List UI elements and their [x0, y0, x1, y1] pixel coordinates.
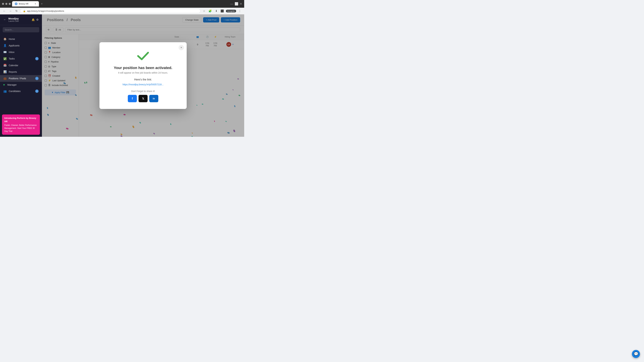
modal-subtitle: It will appear on free job boards within… — [106, 71, 180, 74]
applicants-icon: 👤 — [3, 44, 7, 47]
window-close-icon[interactable]: ✕ — [240, 2, 242, 6]
sidebar-header-icons: 🔔 ⚙ — [32, 18, 38, 21]
success-modal: × Your position has been activated. It w… — [100, 42, 187, 109]
modal-close-button[interactable]: × — [178, 45, 184, 50]
address-text: app.breezy.hr/app/c/moodjoy/positions — [27, 10, 64, 12]
home-icon: 🏠 — [3, 37, 7, 40]
sidebar-label-tasks: Tasks — [9, 57, 33, 60]
twitter-x-icon: 𝕏 — [142, 97, 144, 100]
browser-nav: ← → ↻ 🔒 app.breezy.hr/app/c/moodjoy/posi… — [0, 8, 244, 14]
company-name: Moodjoy — [8, 17, 30, 20]
sidebar-item-candidates[interactable]: 👥 Candidates + — [0, 88, 42, 94]
tasks-icon: ✅ — [3, 57, 7, 60]
facebook-share-button[interactable]: f — [128, 95, 137, 102]
main-content: Positions / Pools Change State + Add Poo… — [42, 14, 244, 137]
maximize-button[interactable] — [5, 3, 8, 5]
sidebar-item-applicants[interactable]: 👤 Applicants — [0, 42, 42, 49]
sidebar-item-home[interactable]: 🏠 Home — [0, 36, 42, 42]
calendar-icon: 📅 — [3, 64, 7, 67]
sidebar-label-positions: Positions / Pools — [9, 77, 33, 80]
sidebar-search — [0, 25, 42, 34]
extensions-button[interactable]: 🧩 — [208, 9, 212, 13]
sidebar-nav: 🏠 Home 👤 Applicants ✉️ Inbox ✅ Tasks + 📅… — [0, 34, 42, 112]
promo-title: Introducing Perform by Breezy HR — [4, 116, 38, 123]
settings-button[interactable]: ⚙ — [36, 18, 38, 21]
sidebar-item-calendar[interactable]: 📅 Calendar — [0, 62, 42, 68]
address-bar[interactable]: 🔒 app.breezy.hr/app/c/moodjoy/positions — [20, 9, 200, 13]
promo-banner[interactable]: Introducing Perform by Breezy HR Faster,… — [2, 114, 40, 135]
sidebar-item-tasks[interactable]: ✅ Tasks + — [0, 55, 42, 62]
linkedin-share-button[interactable]: in — [149, 95, 158, 102]
refresh-button[interactable]: ↻ — [14, 9, 19, 13]
sidebar-company: Moodjoy Lauren Dell — [8, 17, 30, 22]
candidates-icon: 👥 — [3, 90, 7, 93]
sidebar-label-calendar: Calendar — [9, 64, 38, 67]
sidebar-back-button[interactable]: ← — [3, 18, 6, 21]
tasks-badge: + — [35, 57, 38, 60]
sidebar-item-positions-pools[interactable]: 💼 Positions / Pools + — [0, 75, 42, 82]
close-button-win[interactable] — [9, 3, 11, 5]
reports-icon: 📊 — [3, 70, 7, 73]
menu-button[interactable]: ⋮ — [238, 9, 242, 13]
nav-icons: ☆ 🧩 ⬇ ⬛ Incognito ⋮ — [202, 9, 242, 13]
sidebar-label-reports: Reports — [9, 70, 38, 73]
sidebar: ← Moodjoy Lauren Dell 🔔 ⚙ 🏠 Home 👤 Appli… — [0, 14, 42, 137]
incognito-badge: Incognito — [226, 10, 236, 12]
bookmark-button[interactable]: ☆ — [202, 9, 206, 13]
twitter-share-button[interactable]: 𝕏 — [138, 95, 148, 102]
new-tab-button[interactable]: + — [40, 1, 44, 6]
sidebar-label-home: Home — [9, 38, 38, 40]
modal-title: Your position has been activated. — [106, 66, 180, 70]
window-maximize-icon[interactable]: ⬜ — [234, 2, 238, 6]
inbox-icon: ✉️ — [3, 50, 7, 54]
app-layout: ← Moodjoy Lauren Dell 🔔 ⚙ 🏠 Home 👤 Appli… — [0, 14, 244, 137]
download-button[interactable]: ⬇ — [214, 9, 218, 13]
search-input[interactable] — [3, 27, 39, 32]
sidebar-header: ← Moodjoy Lauren Dell 🔔 ⚙ — [0, 14, 42, 25]
tab-close-button[interactable]: ✕ — [34, 3, 36, 5]
tab-favicon: B — [15, 2, 18, 5]
back-button[interactable]: ← — [2, 9, 7, 13]
sidebar-item-inbox[interactable]: ✉️ Inbox — [0, 49, 42, 55]
sidebar-browser-button[interactable]: ⬛ — [220, 9, 224, 13]
tab-title: Breezy HR — [19, 3, 28, 5]
window-minimize-icon[interactable]: — — [230, 2, 233, 6]
candidates-badge: + — [35, 89, 38, 93]
positions-badge: + — [35, 77, 38, 80]
positions-icon: 💼 — [3, 77, 7, 80]
manager-dot — [3, 84, 5, 85]
sidebar-label-manager: Manager — [8, 83, 38, 86]
sidebar-label-candidates: Candidates — [9, 90, 33, 92]
modal-link-url[interactable]: https://moodjoy.breezy.hr/p/59357218... — [106, 83, 180, 86]
forward-button[interactable]: → — [8, 9, 13, 13]
success-check-icon — [136, 49, 150, 62]
notifications-button[interactable]: 🔔 — [32, 18, 35, 21]
promo-text: Faster, Cleaner, Better Performance Mana… — [4, 124, 38, 133]
modal-link-label: Here's the link: — [106, 78, 180, 81]
social-share-buttons: f 𝕏 in — [106, 95, 180, 102]
sidebar-item-reports[interactable]: 📊 Reports — [0, 68, 42, 75]
browser-tab-active[interactable]: B Breezy HR ✕ — [12, 1, 39, 6]
modal-share-label: Don't forget to share it! — [106, 90, 180, 92]
minimize-button[interactable] — [2, 3, 4, 5]
modal-overlay[interactable]: × Your position has been activated. It w… — [42, 14, 244, 137]
sidebar-label-inbox: Inbox — [9, 51, 38, 53]
window-controls — [2, 3, 11, 5]
sidebar-label-applicants: Applicants — [9, 44, 38, 47]
user-name: Lauren Dell — [8, 20, 30, 22]
linkedin-icon: in — [153, 97, 155, 100]
close-x-icon: × — [180, 46, 182, 49]
browser-tabs: B Breezy HR ✕ + — [12, 1, 229, 6]
sidebar-item-manager[interactable]: Manager — [0, 82, 42, 88]
facebook-icon: f — [132, 97, 133, 100]
browser-chrome: B Breezy HR ✕ + — ⬜ ✕ — [0, 0, 244, 8]
